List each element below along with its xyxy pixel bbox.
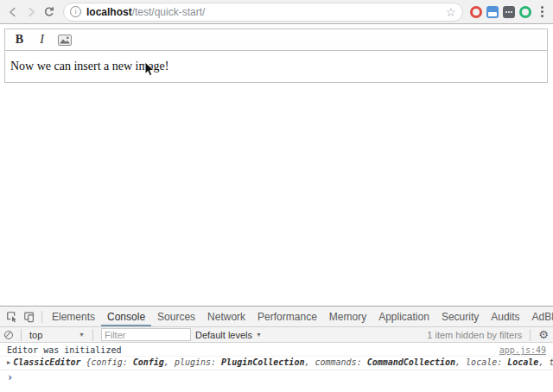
extension-dots-icon[interactable]	[503, 6, 515, 18]
expand-triangle-icon[interactable]: ▶	[7, 359, 10, 366]
divider	[41, 311, 42, 323]
chevron-down-icon: ▼	[79, 332, 85, 338]
console-message: Editor was initialized app.js:49	[0, 343, 553, 357]
editor-content[interactable]: Now we can insert a new image!	[4, 51, 548, 83]
console-input-row[interactable]: ›	[0, 370, 553, 385]
context-value: top	[29, 330, 42, 340]
tab-application[interactable]: Application	[372, 307, 435, 326]
object-key: locale	[466, 357, 497, 367]
chevron-down-icon: ▼	[256, 332, 262, 338]
inspect-element-button[interactable]	[3, 307, 21, 326]
extension-green-icon[interactable]	[519, 6, 531, 18]
console-messages: Editor was initialized app.js:49 ▶Classi…	[0, 343, 553, 385]
forward-button[interactable]	[24, 5, 38, 19]
sep: ,	[164, 357, 175, 367]
tab-sources[interactable]: Sources	[151, 307, 201, 326]
execution-context-select[interactable]: top ▼	[29, 330, 85, 340]
divider	[530, 329, 531, 341]
tab-security[interactable]: Security	[435, 307, 485, 326]
object-key: plugins	[175, 357, 211, 367]
tab-memory[interactable]: Memory	[323, 307, 372, 326]
tab-elements[interactable]: Elements	[46, 307, 101, 326]
devtools-tabbar: Elements Console Sources Network Perform…	[0, 307, 553, 327]
forward-arrow-icon	[25, 6, 37, 18]
italic-button[interactable]: I	[32, 31, 52, 48]
console-prompt-icon: ›	[7, 371, 13, 383]
hidden-items-status: 1 item hidden by filters	[427, 330, 522, 340]
page-info-icon[interactable]: i	[70, 6, 81, 17]
sep: ,	[304, 357, 315, 367]
brace: {	[81, 357, 92, 367]
insert-image-button[interactable]	[54, 31, 74, 48]
clear-console-icon[interactable]	[4, 331, 13, 339]
address-bar[interactable]: i localhost/test/quick-start/ ☆	[63, 3, 463, 22]
divider	[21, 329, 22, 341]
console-object-preview: ▶ClassicEditor {config: Config, plugins:…	[0, 357, 553, 370]
url-path: /test/quick-start/	[132, 6, 206, 18]
device-toolbar-button[interactable]	[21, 307, 38, 326]
devtools-panel: Elements Console Sources Network Perform…	[0, 306, 553, 392]
object-key: config	[92, 357, 123, 367]
console-settings-gear-icon[interactable]: ⚙	[538, 329, 549, 340]
object-value: Locale	[507, 357, 538, 367]
extension-red-icon[interactable]	[470, 6, 482, 18]
object-key: t	[549, 357, 553, 367]
sep: ,	[538, 357, 549, 367]
device-toolbar-icon	[23, 311, 35, 323]
sep: ,	[455, 357, 466, 367]
divider	[92, 329, 93, 341]
bookmark-star-icon[interactable]: ☆	[445, 6, 456, 18]
sep: :	[497, 357, 507, 367]
tab-adblock[interactable]: AdBlock	[526, 307, 553, 326]
tab-audits[interactable]: Audits	[485, 307, 525, 326]
source-link[interactable]: app.js:49	[499, 345, 546, 355]
url-text: localhost/test/quick-start/	[86, 6, 205, 18]
rich-text-editor: B I Now we can insert a new image!	[4, 28, 548, 83]
tab-performance[interactable]: Performance	[251, 307, 323, 326]
message-text: Editor was initialized	[7, 345, 121, 355]
url-host: localhost	[86, 6, 132, 18]
sep: :	[123, 357, 133, 367]
console-filter-input[interactable]	[101, 328, 191, 341]
sep: :	[211, 357, 221, 367]
sep: :	[357, 357, 367, 367]
extension-blue-icon[interactable]	[486, 6, 499, 18]
back-arrow-icon	[7, 6, 19, 18]
reload-button[interactable]	[42, 5, 56, 19]
tab-console[interactable]: Console	[101, 307, 151, 326]
object-value: Config	[133, 357, 164, 367]
browser-menu-icon[interactable]	[537, 6, 547, 17]
reload-icon	[43, 6, 55, 18]
browser-toolbar: i localhost/test/quick-start/ ☆	[0, 0, 553, 24]
bold-button[interactable]: B	[10, 31, 29, 48]
editor-paragraph: Now we can insert a new image!	[10, 60, 168, 73]
console-toolbar: top ▼ Default levels ▼ 1 item hidden by …	[0, 327, 553, 343]
object-class-name: ClassicEditor	[13, 357, 80, 367]
inspect-cursor-icon	[6, 311, 18, 323]
editor-toolbar: B I	[4, 28, 548, 51]
image-icon	[58, 35, 72, 46]
object-value: CommandCollection	[367, 357, 455, 367]
log-levels-select[interactable]: Default levels ▼	[195, 330, 262, 340]
levels-label: Default levels	[195, 330, 252, 340]
object-value: PluginCollection	[221, 357, 304, 367]
object-key: commands	[315, 357, 356, 367]
tab-network[interactable]: Network	[201, 307, 251, 326]
back-button[interactable]	[6, 5, 20, 19]
